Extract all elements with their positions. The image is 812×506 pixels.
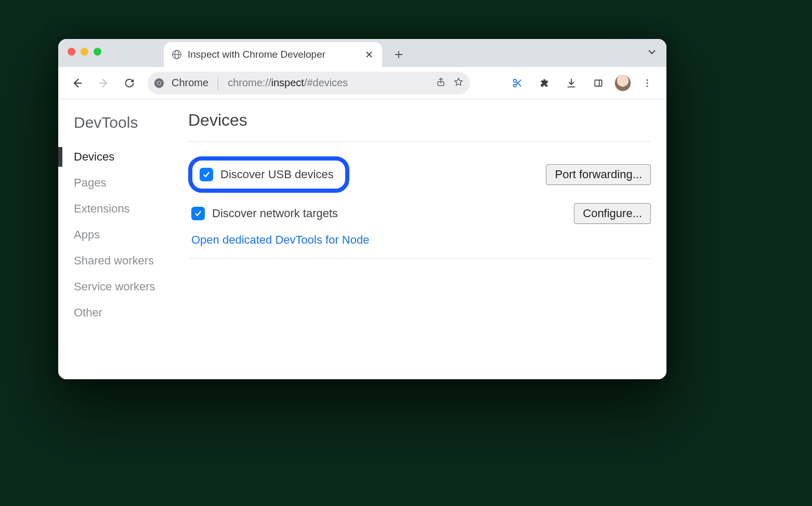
toolbar: Chrome chrome://inspect/#devices xyxy=(58,67,666,99)
discover-network-row: Discover network targets Configure... xyxy=(188,198,651,229)
chrome-icon xyxy=(153,77,165,89)
url-prefix: chrome:// xyxy=(228,77,271,88)
sidebar-title: DevTools xyxy=(74,114,188,131)
divider xyxy=(188,258,651,259)
back-button[interactable] xyxy=(67,72,88,94)
sidebar-item-apps[interactable]: Apps xyxy=(74,222,188,248)
new-tab-button[interactable] xyxy=(388,44,409,65)
configure-button[interactable]: Configure... xyxy=(574,203,651,224)
content: DevTools Devices Pages Extensions Apps S… xyxy=(58,99,666,379)
divider xyxy=(188,141,651,142)
svg-point-9 xyxy=(646,79,648,81)
port-forwarding-button[interactable]: Port forwarding... xyxy=(546,164,651,185)
toolbar-right xyxy=(506,72,658,94)
side-panel-icon[interactable] xyxy=(587,72,609,94)
main-panel: Devices Discover USB devices Port forwar… xyxy=(188,99,666,379)
svg-point-11 xyxy=(646,85,648,87)
svg-rect-8 xyxy=(595,80,601,86)
close-window-button[interactable] xyxy=(68,48,75,56)
browser-window: Inspect with Chrome Developer xyxy=(58,39,666,379)
discover-usb-row: Discover USB devices Port forwarding... xyxy=(188,151,651,198)
reload-button[interactable] xyxy=(119,72,140,94)
svg-point-10 xyxy=(646,82,648,84)
omnibox-actions xyxy=(436,77,464,89)
scissors-icon[interactable] xyxy=(506,72,528,94)
sidebar-item-pages[interactable]: Pages xyxy=(74,170,188,196)
sidebar-item-extensions[interactable]: Extensions xyxy=(74,196,188,222)
titlebar: Inspect with Chrome Developer xyxy=(58,39,666,67)
discover-network-label: Discover network targets xyxy=(212,207,338,220)
profile-avatar[interactable] xyxy=(614,75,631,91)
close-tab-button[interactable] xyxy=(363,49,375,60)
forward-button[interactable] xyxy=(93,72,114,94)
url-host: inspect xyxy=(271,77,304,88)
browser-tab[interactable]: Inspect with Chrome Developer xyxy=(164,42,382,67)
svg-point-4 xyxy=(158,82,161,85)
page-title: Devices xyxy=(188,111,651,130)
discover-usb-checkbox[interactable] xyxy=(200,168,213,181)
url-suffix: /#devices xyxy=(304,77,348,88)
sidebar-item-shared-workers[interactable]: Shared workers xyxy=(74,248,188,274)
traffic-lights xyxy=(68,48,101,56)
sidebar-item-devices[interactable]: Devices xyxy=(74,144,188,170)
zoom-window-button[interactable] xyxy=(94,48,101,56)
globe-icon xyxy=(171,49,182,60)
sidebar-item-service-workers[interactable]: Service workers xyxy=(74,274,188,300)
tab-title: Inspect with Chrome Developer xyxy=(188,49,358,60)
bookmark-star-icon[interactable] xyxy=(453,77,464,89)
minimize-window-button[interactable] xyxy=(81,48,88,56)
sidebar-item-other[interactable]: Other xyxy=(74,300,188,326)
address-bar[interactable]: Chrome chrome://inspect/#devices xyxy=(148,72,470,95)
highlight-box: Discover USB devices xyxy=(188,156,349,193)
downloads-icon[interactable] xyxy=(560,72,582,94)
open-node-devtools-link[interactable]: Open dedicated DevTools for Node xyxy=(188,229,369,256)
discover-usb-label: Discover USB devices xyxy=(220,168,334,181)
url-text: chrome://inspect/#devices xyxy=(228,77,433,89)
chrome-chip-label: Chrome xyxy=(172,77,208,89)
tabs-dropdown-button[interactable] xyxy=(647,47,657,59)
extensions-icon[interactable] xyxy=(533,72,555,94)
sidebar: DevTools Devices Pages Extensions Apps S… xyxy=(58,99,188,379)
omnibox-divider xyxy=(218,76,218,90)
share-icon[interactable] xyxy=(436,77,446,89)
discover-network-checkbox[interactable] xyxy=(191,207,205,220)
menu-icon[interactable] xyxy=(636,72,658,94)
